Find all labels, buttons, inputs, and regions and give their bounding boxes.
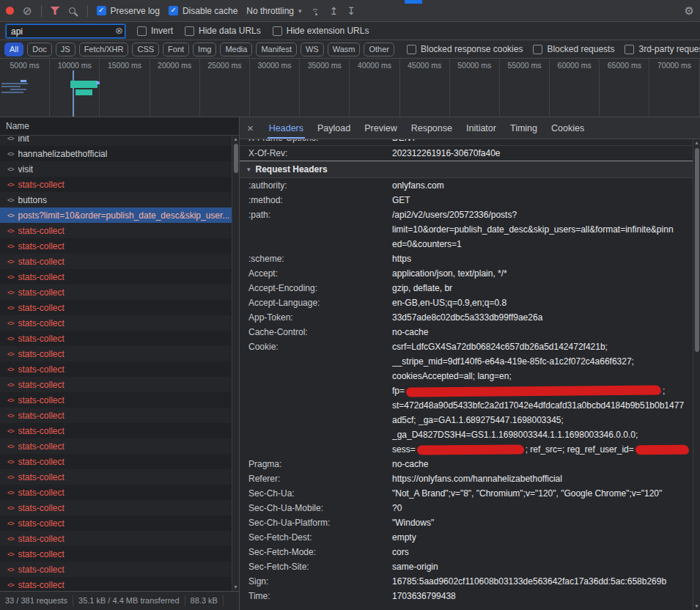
scrollbar-thumb[interactable] — [695, 148, 699, 352]
fetch-xhr-icon: <> — [7, 427, 14, 435]
preserve-log-checkbox[interactable]: Preserve log — [97, 6, 160, 16]
request-row[interactable]: <>stats-collect — [0, 423, 232, 438]
filter-chip-manifest[interactable]: Manifest — [256, 43, 297, 56]
tab-initiator[interactable]: Initiator — [465, 117, 498, 139]
filter-chip-doc[interactable]: Doc — [27, 43, 52, 56]
filter-chip-img[interactable]: Img — [193, 43, 216, 56]
header-value-line: GET — [392, 193, 693, 207]
request-name: stats-collect — [18, 380, 65, 390]
request-row[interactable]: <>stats-collect — [0, 223, 232, 238]
export-har-icon[interactable]: ↧ — [347, 6, 355, 16]
fetch-xhr-icon: <> — [7, 366, 14, 373]
checkbox-blocked-requests[interactable]: Blocked requests — [533, 44, 614, 54]
fetch-xhr-icon: <> — [7, 397, 14, 404]
request-row[interactable]: <>stats-collect — [0, 500, 232, 515]
filter-chip-css[interactable]: CSS — [132, 43, 159, 56]
request-row[interactable]: <>stats-collect — [0, 331, 232, 346]
header-value: csrf=LdfcGX4Sa72db06824c657db26a5d142472… — [392, 339, 693, 457]
request-headers-section-toggle[interactable]: ▾ Request Headers — [240, 161, 693, 178]
request-row[interactable]: <>stats-collect — [0, 469, 232, 485]
request-name: init — [18, 136, 29, 144]
header-value: GET — [392, 193, 693, 207]
filter-input[interactable] — [6, 24, 125, 38]
disable-cache-label: Disable cache — [183, 6, 237, 16]
search-icon[interactable] — [69, 7, 75, 14]
tab-preview[interactable]: Preview — [363, 117, 398, 139]
scrollbar-thumb[interactable] — [234, 144, 238, 173]
request-row[interactable]: <>hannahelizabethofficial — [0, 146, 232, 161]
fetch-xhr-icon: <> — [7, 504, 14, 512]
request-row[interactable]: <>buttons — [0, 192, 232, 207]
request-row[interactable]: <>stats-collect — [0, 315, 232, 331]
request-row[interactable]: <>stats-collect — [0, 300, 232, 315]
request-row[interactable]: <>stats-collect — [0, 485, 232, 500]
filter-chip-all[interactable]: All — [4, 43, 23, 56]
filter-chip-font[interactable]: Font — [163, 43, 189, 56]
close-icon[interactable]: × — [247, 122, 254, 133]
request-row[interactable]: <>stats-collect — [0, 408, 232, 423]
timeline-column: 20000 ms — [150, 59, 200, 117]
chevron-down-icon: ▾ — [298, 7, 302, 15]
clear-network-log-icon[interactable]: ⊘ — [23, 5, 32, 16]
disable-cache-checkbox[interactable]: Disable cache — [169, 6, 237, 16]
request-row[interactable]: <>stats-collect — [0, 254, 232, 269]
filter-chip-js[interactable]: JS — [56, 43, 75, 56]
header-value-line: same-origin — [392, 559, 693, 574]
request-row[interactable]: <>stats-collect — [0, 515, 232, 531]
checkbox-3rd-party-requests[interactable]: 3rd-party requests — [625, 44, 700, 54]
throttling-select[interactable]: No throttling ▾ — [246, 6, 301, 16]
request-row[interactable]: <>stats-collect — [0, 438, 232, 454]
filter-chip-other[interactable]: Other — [364, 43, 394, 56]
record-icon[interactable] — [6, 7, 14, 15]
request-row[interactable]: <>init — [0, 136, 232, 146]
request-row[interactable]: <>stats-collect — [0, 284, 232, 300]
request-row[interactable]: <>stats-collect — [0, 377, 232, 392]
network-conditions-icon[interactable] — [311, 7, 321, 15]
request-row[interactable]: <>stats-collect — [0, 531, 232, 546]
type-filter-chips: AllDocJSFetch/XHRCSSFontImgMediaManifest… — [4, 43, 394, 56]
scroll-up-icon[interactable]: ▲ — [693, 139, 700, 147]
timeline-label: 35000 ms — [308, 61, 342, 70]
header-value: application/json, text/plain, */* — [392, 266, 693, 281]
scroll-down-icon[interactable]: ▼ — [693, 603, 700, 610]
filter-chip-media[interactable]: Media — [220, 43, 252, 56]
clear-filter-icon[interactable]: ⊗ — [115, 26, 123, 35]
hide-extension-urls-checkbox[interactable]: Hide extension URLs — [273, 26, 369, 36]
filter-toggle-icon[interactable] — [51, 7, 60, 15]
name-column-header[interactable]: Name — [0, 117, 239, 136]
request-row[interactable]: <>stats-collect — [0, 238, 232, 254]
request-row[interactable]: <>stats-collect — [0, 269, 232, 284]
checkbox-blocked-response-cookies[interactable]: Blocked response cookies — [407, 44, 523, 54]
request-row[interactable]: <>stats-collect — [0, 562, 232, 577]
scroll-up-icon[interactable]: ▲ — [232, 136, 239, 143]
invert-checkbox[interactable]: Invert — [137, 26, 173, 36]
request-row[interactable]: <>stats-collect — [0, 454, 232, 469]
network-overview[interactable]: 5000 ms10000 ms15000 ms20000 ms25000 ms3… — [0, 59, 700, 117]
header-value-line: csrf=LdfcGX4Sa72db06824c657db26a5d142472… — [392, 339, 693, 354]
requests-scrollbar[interactable]: ▲ ▼ — [232, 136, 239, 591]
request-row[interactable]: <>stats-collect — [0, 177, 232, 192]
request-row[interactable]: <>stats-collect — [0, 361, 232, 377]
tab-cookies[interactable]: Cookies — [550, 117, 586, 139]
details-scrollbar[interactable]: ▲ ▼ — [693, 139, 700, 610]
filter-chip-ws[interactable]: WS — [301, 43, 324, 56]
request-row[interactable]: <>visit — [0, 161, 232, 177]
request-row[interactable]: <>stats-collect — [0, 346, 232, 361]
request-row[interactable]: <>stats-collect — [0, 546, 232, 562]
request-row[interactable]: <>posts?limit=10&order=publish_date_desc… — [0, 207, 232, 223]
scroll-down-icon[interactable]: ▼ — [232, 584, 239, 591]
settings-gear-icon[interactable]: ⚙ — [685, 5, 694, 16]
import-har-icon[interactable]: ↥ — [330, 6, 339, 16]
request-name: stats-collect — [18, 287, 65, 298]
tab-timing[interactable]: Timing — [509, 117, 539, 139]
request-row[interactable]: <>stats-collect — [0, 392, 232, 408]
request-row[interactable]: <>stats-collect — [0, 577, 232, 591]
tab-payload[interactable]: Payload — [316, 117, 352, 139]
filter-chip-wasm[interactable]: Wasm — [328, 43, 361, 56]
tab-headers[interactable]: Headers — [268, 117, 305, 139]
hide-data-urls-checkbox[interactable]: Hide data URLs — [185, 26, 261, 36]
tab-response[interactable]: Response — [410, 117, 454, 139]
header-value-text: ; — [663, 386, 665, 396]
filter-chip-fetch-xhr[interactable]: Fetch/XHR — [79, 43, 129, 56]
header-value: /api2/v2/users/20572336/posts?limit=10&o… — [392, 207, 693, 251]
